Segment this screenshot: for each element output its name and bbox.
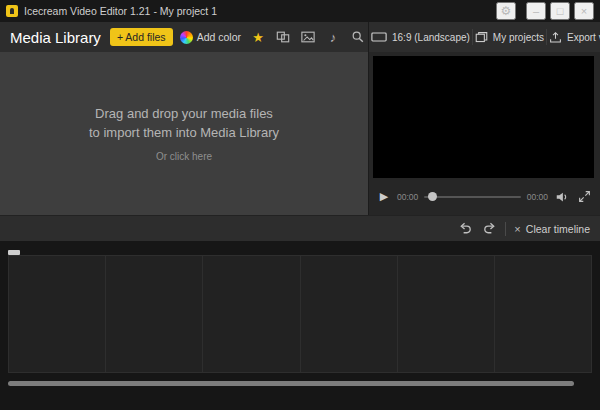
- volume-icon: [555, 190, 569, 204]
- preview-panel: ▶ 00:00 00:00: [368, 52, 600, 215]
- media-dropzone[interactable]: Drag and drop your media files to import…: [0, 52, 368, 215]
- tab-media-star-icon[interactable]: ★: [250, 28, 266, 46]
- tab-search-icon[interactable]: [350, 28, 366, 46]
- export-icon: [549, 31, 562, 44]
- video-screen: [373, 56, 594, 178]
- redo-icon: [482, 221, 497, 236]
- color-wheel-icon: [180, 31, 193, 44]
- main-area: Drag and drop your media files to import…: [0, 52, 600, 215]
- dropzone-click-hint: Or click here: [156, 151, 212, 162]
- timeline-scrollbar[interactable]: [8, 381, 592, 387]
- timeline-cell[interactable]: [301, 256, 398, 372]
- add-color-button[interactable]: Add color: [180, 31, 241, 44]
- window-controls: ⚙ – □ ×: [496, 2, 594, 20]
- aspect-ratio-icon: [371, 31, 387, 43]
- timeline-cell[interactable]: [106, 256, 203, 372]
- clear-x-icon: ×: [514, 223, 520, 235]
- my-projects-label: My projects: [493, 32, 544, 43]
- timeline-cell[interactable]: [398, 256, 495, 372]
- dropzone-text-line1: Drag and drop your media files: [95, 105, 273, 124]
- minimize-button[interactable]: –: [526, 2, 546, 20]
- seek-slider[interactable]: [424, 191, 520, 203]
- aspect-ratio-button[interactable]: 16:9 (Landscape): [369, 31, 472, 43]
- dropzone-text-line2: to import them into Media Library: [89, 124, 279, 143]
- timeline-scrollbar-thumb[interactable]: [8, 381, 574, 386]
- panel-title: Media Library: [10, 29, 101, 46]
- tab-images-icon[interactable]: [300, 28, 316, 46]
- play-button[interactable]: ▶: [377, 190, 391, 203]
- timeline-toolbar: × Clear timeline: [0, 215, 600, 241]
- app-window: Icecream Video Editor 1.21 - My project …: [0, 0, 600, 410]
- my-projects-icon: [475, 31, 488, 44]
- current-time: 00:00: [397, 192, 418, 202]
- clear-timeline-button[interactable]: × Clear timeline: [514, 223, 590, 235]
- undo-button[interactable]: [457, 221, 473, 237]
- tab-transitions-icon[interactable]: [275, 28, 291, 46]
- tab-audio-icon[interactable]: ♪: [325, 28, 341, 46]
- window-title: Icecream Video Editor 1.21 - My project …: [24, 5, 496, 17]
- seek-track: [424, 196, 520, 198]
- clear-timeline-label: Clear timeline: [526, 223, 590, 235]
- settings-gear-icon[interactable]: ⚙: [496, 2, 516, 20]
- media-library-toolbar: Media Library + Add files Add color ★ ♪: [0, 22, 368, 52]
- export-video-label: Export video: [567, 32, 600, 43]
- toolbar: Media Library + Add files Add color ★ ♪: [0, 22, 600, 52]
- undo-icon: [458, 221, 473, 236]
- volume-button[interactable]: [554, 189, 570, 205]
- seek-knob[interactable]: [428, 192, 437, 201]
- my-projects-button[interactable]: My projects: [473, 31, 546, 44]
- add-files-button[interactable]: + Add files: [110, 28, 173, 46]
- fullscreen-icon: [578, 190, 591, 203]
- add-color-label: Add color: [197, 31, 241, 43]
- timeline-cell[interactable]: [9, 256, 106, 372]
- titlebar: Icecream Video Editor 1.21 - My project …: [0, 0, 600, 22]
- duration-time: 00:00: [527, 192, 548, 202]
- timeline-cell[interactable]: [495, 256, 591, 372]
- app-icon: [6, 5, 18, 17]
- aspect-ratio-label: 16:9 (Landscape): [392, 32, 470, 43]
- media-tabs: ★ ♪: [250, 28, 366, 46]
- project-bar: 16:9 (Landscape) My projects Export vide…: [368, 22, 600, 52]
- fullscreen-button[interactable]: [576, 189, 592, 205]
- player-controls: ▶ 00:00 00:00: [369, 178, 600, 215]
- timeline-cell[interactable]: [203, 256, 300, 372]
- redo-button[interactable]: [481, 221, 497, 237]
- timeline-area[interactable]: [0, 241, 600, 410]
- timeline-toolbar-separator: [505, 222, 506, 236]
- maximize-button[interactable]: □: [550, 2, 570, 20]
- close-button[interactable]: ×: [574, 2, 594, 20]
- timeline-track[interactable]: [8, 255, 592, 373]
- export-video-button[interactable]: Export video: [547, 31, 600, 44]
